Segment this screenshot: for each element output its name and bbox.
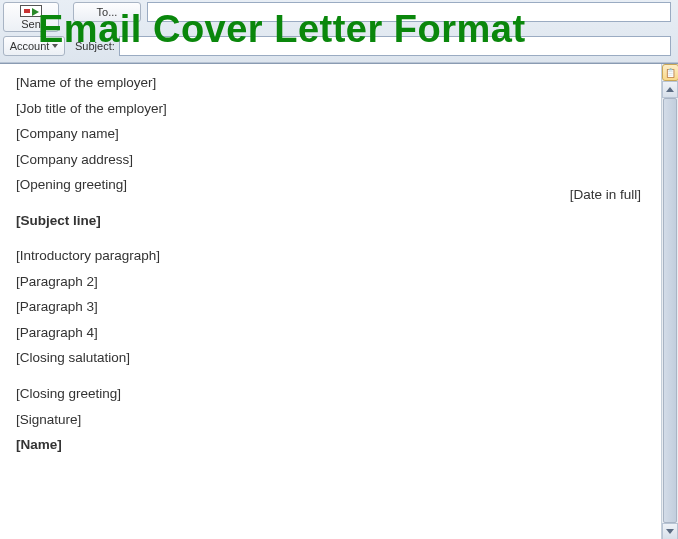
body-line: [Company name]: [16, 125, 645, 143]
paste-options-icon[interactable]: 📋: [662, 64, 678, 81]
scroll-thumb[interactable]: [663, 98, 677, 523]
body-paragraph: [Paragraph 2]: [16, 273, 645, 291]
chevron-down-icon: [52, 44, 58, 48]
subject-line: [Subject line]: [16, 212, 645, 230]
body-line: [Name of the employer]: [16, 74, 645, 92]
arrow-up-icon: [666, 87, 674, 92]
to-row: Sen To...: [0, 0, 678, 32]
body-line: [Company address]: [16, 151, 645, 169]
closing-name: [Name]: [16, 436, 645, 454]
email-header: Sen To... Account Subject:: [0, 0, 678, 63]
send-label: Sen: [21, 18, 41, 30]
body-line: [Job title of the employer]: [16, 100, 645, 118]
body-paragraph: [Paragraph 4]: [16, 324, 645, 342]
date-full: [Date in full]: [570, 186, 641, 204]
to-input[interactable]: [147, 2, 671, 22]
envelope-icon: [20, 5, 42, 17]
account-label: Account: [10, 40, 50, 52]
send-button[interactable]: Sen: [3, 2, 59, 32]
email-body[interactable]: [Name of the employer] [Job title of the…: [0, 64, 661, 539]
to-button[interactable]: To...: [73, 2, 141, 22]
subject-label: Subject:: [75, 40, 115, 52]
body-paragraph: [Paragraph 3]: [16, 298, 645, 316]
body-paragraph: [Introductory paragraph]: [16, 247, 645, 265]
scroll-up-button[interactable]: [662, 81, 678, 98]
subject-row: Account Subject:: [0, 32, 678, 62]
account-button[interactable]: Account: [3, 36, 65, 56]
scroll-track[interactable]: [662, 98, 678, 523]
closing-line: [Signature]: [16, 411, 645, 429]
body-paragraph: [Closing salutation]: [16, 349, 645, 367]
subject-input[interactable]: [119, 36, 671, 56]
scrollbar: 📋: [661, 64, 678, 539]
arrow-down-icon: [666, 529, 674, 534]
closing-line: [Closing greeting]: [16, 385, 645, 403]
body-line: [Opening greeting]: [16, 176, 645, 194]
scroll-down-button[interactable]: [662, 523, 678, 539]
body-wrapper: [Name of the employer] [Job title of the…: [0, 63, 678, 539]
to-label: To...: [97, 6, 118, 18]
